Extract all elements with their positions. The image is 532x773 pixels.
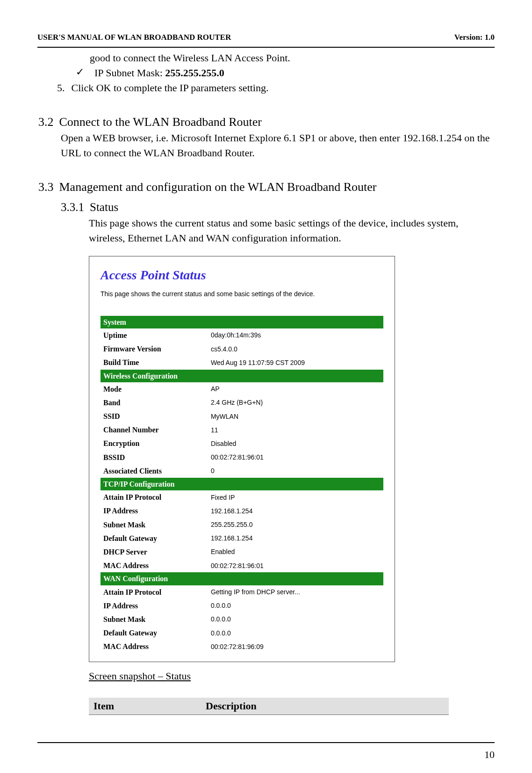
ap-row-label: Channel Number bbox=[101, 423, 208, 437]
ap-row-value: Disabled bbox=[208, 437, 383, 450]
ap-row-label: Attain IP Protocol bbox=[101, 490, 208, 504]
ap-row-value: 0day:0h:14m:39s bbox=[208, 328, 383, 342]
ap-row-value: 00:02:72:81:96:09 bbox=[208, 640, 383, 653]
ap-row-label: Default Gateway bbox=[101, 626, 208, 640]
ap-row-value: AP bbox=[208, 382, 383, 396]
ap-row-value: Fixed IP bbox=[208, 490, 383, 504]
ap-row-value: 0.0.0.0 bbox=[208, 613, 383, 626]
section-3-3-num: 3.3 bbox=[38, 178, 54, 196]
ap-row-label: SSID bbox=[101, 409, 208, 423]
ap-row-label: MAC Address bbox=[101, 640, 208, 653]
ap-row-value: 192.168.1.254 bbox=[208, 532, 383, 545]
continuation-text: good to connect the Wireless LAN Access … bbox=[90, 51, 494, 66]
ap-row-label: BSSID bbox=[101, 451, 208, 464]
ap-row-label: MAC Address bbox=[101, 559, 208, 572]
ap-row-label: Band bbox=[101, 396, 208, 409]
ap-row-value: 00:02:72:81:96:01 bbox=[208, 451, 383, 464]
bullet-subnet: ✓ IP Subnet Mask: 255.255.255.0 bbox=[76, 66, 494, 80]
ap-section-header: System bbox=[101, 316, 383, 328]
ap-row-label: Default Gateway bbox=[101, 532, 208, 545]
ap-title: Access Point Status bbox=[101, 266, 383, 285]
ap-row-value: 0.0.0.0 bbox=[208, 599, 383, 613]
subnet-value: 255.255.255.0 bbox=[165, 67, 224, 79]
section-3-2-num: 3.2 bbox=[38, 113, 54, 131]
ap-row-label: Associated Clients bbox=[101, 464, 208, 478]
section-3-3-heading: 3.3 Management and configuration on the … bbox=[38, 178, 494, 196]
ap-row-value: 11 bbox=[208, 423, 383, 437]
subnet-line: IP Subnet Mask: 255.255.255.0 bbox=[94, 66, 224, 80]
check-icon: ✓ bbox=[76, 65, 84, 80]
ap-row-value: cs5.4.0.0 bbox=[208, 342, 383, 356]
ap-row-label: Firmware Version bbox=[101, 342, 208, 356]
ap-row-label: Attain IP Protocol bbox=[101, 585, 208, 599]
ap-row-label: IP Address bbox=[101, 599, 208, 613]
ap-row-value: Wed Aug 19 11:07:59 CST 2009 bbox=[208, 356, 383, 369]
section-3-3-1-title: Status bbox=[90, 199, 118, 216]
header-left: USER'S MANUAL OF WLAN BROADBAND ROUTER bbox=[37, 33, 231, 42]
page-number: 10 bbox=[484, 749, 495, 761]
section-3-2-body: Open a WEB browser, i.e. Microsoft Inter… bbox=[61, 131, 494, 160]
ap-desc: This page shows the current status and s… bbox=[101, 289, 383, 299]
ap-section-header: WAN Configuration bbox=[101, 572, 383, 585]
ap-row-label: Subnet Mask bbox=[101, 613, 208, 626]
subnet-prefix: IP Subnet Mask: bbox=[94, 67, 165, 79]
ap-row-label: Mode bbox=[101, 382, 208, 396]
ap-status-table: SystemUptime0day:0h:14m:39sFirmware Vers… bbox=[101, 316, 383, 654]
ap-row-label: DHCP Server bbox=[101, 545, 208, 559]
ap-section-header: TCP/IP Configuration bbox=[101, 478, 383, 490]
step-5-number: 5. bbox=[57, 80, 65, 95]
screenshot-caption: Screen snapshot – Status bbox=[89, 669, 494, 684]
ap-row-label: IP Address bbox=[101, 504, 208, 518]
ap-row-value: Getting IP from DHCP server... bbox=[208, 585, 383, 599]
section-3-2-heading: 3.2 Connect to the WLAN Broadband Router bbox=[38, 113, 494, 131]
ap-row-value: 192.168.1.254 bbox=[208, 504, 383, 518]
th-item: Item bbox=[89, 698, 201, 715]
ap-row-label: Build Time bbox=[101, 356, 208, 369]
ap-row-value: MyWLAN bbox=[208, 409, 383, 423]
ap-row-value: 0.0.0.0 bbox=[208, 626, 383, 640]
item-description-table: Item Description bbox=[89, 698, 449, 715]
ap-row-label: Subnet Mask bbox=[101, 518, 208, 532]
step-5: 5. Click OK to complete the IP parameter… bbox=[57, 80, 494, 95]
ap-row-label: Uptime bbox=[101, 328, 208, 342]
footer-rule bbox=[37, 742, 495, 743]
ap-row-value: 0 bbox=[208, 464, 383, 478]
ap-row-label: Encryption bbox=[101, 437, 208, 450]
section-3-3-title: Management and configuration on the WLAN… bbox=[59, 178, 377, 196]
th-description: Description bbox=[201, 698, 449, 715]
running-header: USER'S MANUAL OF WLAN BROADBAND ROUTER V… bbox=[37, 33, 495, 42]
section-3-3-1-heading: 3.3.1 Status bbox=[61, 199, 494, 216]
status-screenshot: Access Point Status This page shows the … bbox=[89, 256, 395, 663]
step-5-text: Click OK to complete the IP parameters s… bbox=[72, 80, 269, 95]
section-3-3-1-num: 3.3.1 bbox=[61, 199, 84, 216]
header-right: Version: 1.0 bbox=[454, 33, 495, 42]
header-rule bbox=[37, 47, 495, 48]
ap-row-value: Enabled bbox=[208, 545, 383, 559]
ap-section-header: Wireless Configuration bbox=[101, 370, 383, 382]
ap-row-value: 2.4 GHz (B+G+N) bbox=[208, 396, 383, 409]
ap-row-value: 00:02:72:81:96:01 bbox=[208, 559, 383, 572]
ap-row-value: 255.255.255.0 bbox=[208, 518, 383, 532]
section-3-3-1-body: This page shows the current status and s… bbox=[89, 216, 494, 246]
section-3-2-title: Connect to the WLAN Broadband Router bbox=[59, 113, 262, 131]
